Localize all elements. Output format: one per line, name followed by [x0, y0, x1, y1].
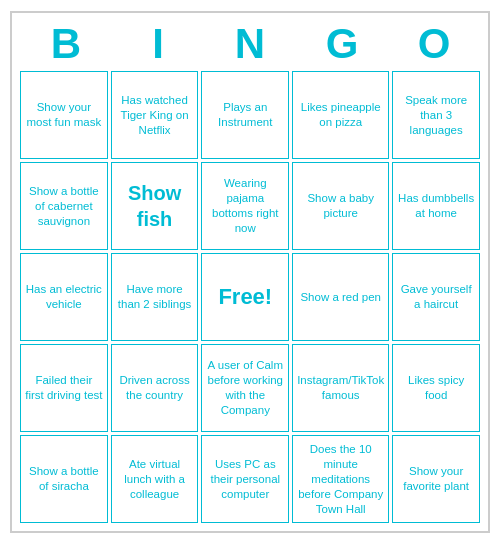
bingo-cell-3[interactable]: Likes pineapple on pizza [292, 71, 389, 159]
bingo-cell-13[interactable]: Show a red pen [292, 253, 389, 341]
bingo-cell-23[interactable]: Does the 10 minute meditations before Co… [292, 435, 389, 523]
bingo-cell-6[interactable]: Show fish [111, 162, 199, 250]
bingo-cell-9[interactable]: Has dumbbells at home [392, 162, 480, 250]
bingo-cell-15[interactable]: Failed their first driving test [20, 344, 108, 432]
bingo-cell-11[interactable]: Have more than 2 siblings [111, 253, 199, 341]
bingo-cell-17[interactable]: A user of Calm before working with the C… [201, 344, 289, 432]
bingo-cell-18[interactable]: Instagram/TikTok famous [292, 344, 389, 432]
bingo-card: BINGO Show your most fun maskHas watched… [10, 11, 490, 533]
bingo-cell-1[interactable]: Has watched Tiger King on Netflix [111, 71, 199, 159]
bingo-grid: Show your most fun maskHas watched Tiger… [20, 71, 480, 523]
bingo-cell-7[interactable]: Wearing pajama bottoms right now [201, 162, 289, 250]
bingo-letter-G: G [298, 21, 386, 67]
bingo-cell-12[interactable]: Free! [201, 253, 289, 341]
bingo-cell-2[interactable]: Plays an Instrument [201, 71, 289, 159]
bingo-cell-16[interactable]: Driven across the country [111, 344, 199, 432]
bingo-letter-N: N [206, 21, 294, 67]
bingo-letter-O: O [390, 21, 478, 67]
bingo-cell-0[interactable]: Show your most fun mask [20, 71, 108, 159]
bingo-cell-14[interactable]: Gave yourself a haircut [392, 253, 480, 341]
bingo-cell-10[interactable]: Has an electric vehicle [20, 253, 108, 341]
bingo-letter-I: I [114, 21, 202, 67]
bingo-letter-B: B [22, 21, 110, 67]
bingo-cell-24[interactable]: Show your favorite plant [392, 435, 480, 523]
bingo-cell-20[interactable]: Show a bottle of siracha [20, 435, 108, 523]
bingo-cell-19[interactable]: Likes spicy food [392, 344, 480, 432]
bingo-cell-22[interactable]: Uses PC as their personal computer [201, 435, 289, 523]
bingo-cell-21[interactable]: Ate virtual lunch with a colleague [111, 435, 199, 523]
bingo-cell-8[interactable]: Show a baby picture [292, 162, 389, 250]
bingo-cell-4[interactable]: Speak more than 3 languages [392, 71, 480, 159]
bingo-header: BINGO [20, 21, 480, 67]
bingo-cell-5[interactable]: Show a bottle of cabernet sauvignon [20, 162, 108, 250]
